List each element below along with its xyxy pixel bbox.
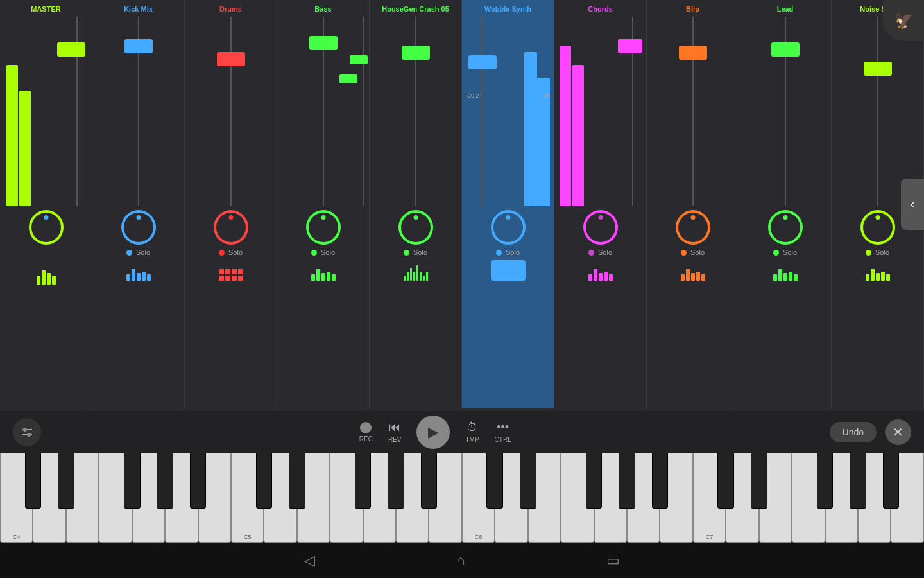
rev-button[interactable]: ⏮ REV [388, 421, 402, 443]
knob-wobble[interactable] [491, 210, 526, 245]
pattern-noisefx[interactable] [866, 260, 890, 281]
channel-wobble[interactable]: Wobble Synth-20.2dBSolo [462, 0, 554, 408]
knob-noisefx[interactable] [860, 210, 895, 245]
piano-black-key-C7[interactable] [717, 453, 734, 509]
piano-black-key-A7[interactable] [883, 453, 900, 509]
channel-chords[interactable]: ChordsSolo [554, 0, 647, 408]
fader-section-bass [278, 17, 368, 206]
fader-handle-noisefx[interactable] [864, 62, 892, 76]
fader-handle-blip[interactable] [679, 46, 707, 60]
solo-area-lead[interactable]: Solo [773, 249, 797, 256]
solo-area-wobble[interactable]: Solo [496, 249, 520, 256]
piano-black-key-G7[interactable] [850, 453, 866, 509]
db-label-right-wobble: dB [543, 92, 550, 99]
channel-master[interactable]: MASTER [0, 0, 92, 408]
piano-black-key-D6[interactable] [520, 453, 536, 509]
solo-area-drums[interactable]: Solo [219, 249, 243, 256]
channel-blip[interactable]: BlipSolo [647, 0, 739, 408]
svg-point-3 [27, 433, 31, 437]
piano-key-C6[interactable]: C6 [462, 453, 495, 543]
channel-name-drums: Drums [219, 5, 242, 13]
knob-lead[interactable] [768, 210, 803, 245]
fader-section-wobble: -20.2dB [463, 17, 552, 206]
piano-black-key-C5[interactable] [256, 453, 273, 509]
fader-handle-housecrash[interactable] [402, 46, 430, 60]
knob-master[interactable] [29, 210, 64, 245]
piano-black-key-F4[interactable] [124, 453, 141, 509]
piano-black-key-C6[interactable] [486, 453, 503, 509]
solo-area-bass[interactable]: Solo [311, 249, 335, 256]
knob-housecrash[interactable] [398, 210, 433, 245]
piano-black-key-F7[interactable] [817, 453, 834, 509]
pattern-blip[interactable] [681, 260, 705, 281]
knob-drums[interactable] [214, 210, 248, 245]
knob-chords[interactable] [583, 210, 618, 245]
piano-black-key-G6[interactable] [619, 453, 635, 509]
pattern-drums[interactable] [219, 260, 243, 281]
piano-black-key-F5[interactable] [355, 453, 372, 509]
close-button[interactable]: ✕ [886, 419, 911, 445]
home-nav-button[interactable]: ⌂ [456, 552, 465, 569]
fader-handle-lead[interactable] [771, 42, 800, 57]
pattern-kick[interactable] [126, 260, 151, 281]
pattern-wobble[interactable] [491, 260, 526, 281]
pattern-lead[interactable] [773, 260, 798, 281]
ctrl-button[interactable]: ••• CTRL [495, 421, 511, 443]
solo-area-chords[interactable]: Solo [588, 249, 612, 256]
pattern-housecrash[interactable] [404, 260, 428, 281]
channel-lead[interactable]: LeadSolo [739, 0, 832, 408]
back-nav-button[interactable]: ◁ [304, 552, 315, 569]
mixer-eq-button[interactable] [13, 418, 41, 446]
piano-key-C5[interactable]: C5 [231, 453, 264, 543]
piano-black-key-G5[interactable] [388, 453, 404, 509]
pattern-chords[interactable] [588, 260, 613, 281]
channel-kick[interactable]: Kick MixSolo [92, 0, 185, 408]
piano-key-F4[interactable] [99, 453, 132, 543]
fader-handle-wobble[interactable] [468, 55, 497, 69]
channel-name-wobble: Wobble Synth [484, 5, 531, 13]
tmp-button[interactable]: ⏱ TMP [465, 421, 479, 443]
solo-area-kick[interactable]: Solo [126, 249, 150, 256]
piano-black-key-G4[interactable] [157, 453, 173, 509]
piano-black-key-A4[interactable] [190, 453, 207, 509]
piano-black-key-D7[interactable] [751, 453, 767, 509]
channel-bass[interactable]: BassSolo [277, 0, 370, 408]
knob-bass[interactable] [306, 210, 341, 245]
play-button[interactable]: ▶ [416, 416, 450, 449]
recent-nav-button[interactable]: ▭ [606, 552, 620, 569]
piano-black-key-A5[interactable] [421, 453, 438, 509]
pattern-master[interactable] [37, 264, 56, 285]
knob-blip[interactable] [676, 210, 710, 245]
channel-drums[interactable]: DrumsSolo [185, 0, 277, 408]
fader-handle-master[interactable] [57, 42, 85, 57]
piano-black-key-F6[interactable] [586, 453, 603, 509]
scroll-right-button[interactable]: ‹ [901, 179, 924, 230]
piano-black-key-D5[interactable] [289, 453, 305, 509]
key-label-C7: C7 [706, 534, 714, 540]
piano-keyboard: C4C5C6C7 [0, 453, 924, 543]
piano-black-key-C4[interactable] [25, 453, 42, 509]
undo-button[interactable]: Undo [830, 422, 877, 442]
piano-key-C4[interactable]: C4 [0, 453, 33, 543]
knob-kick[interactable] [121, 210, 156, 245]
piano-black-key-D4[interactable] [58, 453, 74, 509]
fader-handle-drums[interactable] [217, 52, 245, 66]
solo-area-blip[interactable]: Solo [681, 249, 705, 256]
pattern-bass[interactable] [311, 260, 336, 281]
fader-handle-chords[interactable] [618, 39, 642, 53]
rec-button[interactable]: REC [359, 422, 373, 442]
solo-area-housecrash[interactable]: Solo [404, 249, 427, 256]
piano-key-F7[interactable] [792, 453, 825, 543]
bird-logo: 🦅 [883, 0, 924, 41]
piano-key-C7[interactable]: C7 [693, 453, 726, 543]
solo-area-noisefx[interactable]: Solo [866, 249, 889, 256]
piano-key-F5[interactable] [330, 453, 363, 543]
channel-housecrash[interactable]: HouseGen Crash 05Solo [370, 0, 462, 408]
piano-black-key-A6[interactable] [652, 453, 669, 509]
key-label-C4: C4 [13, 534, 21, 540]
piano-key-F6[interactable] [561, 453, 594, 543]
key-label-C5: C5 [244, 534, 252, 540]
fader-handle-bass[interactable] [309, 36, 338, 50]
fader-handle-kick[interactable] [124, 39, 153, 53]
fader-section-blip [648, 17, 737, 206]
